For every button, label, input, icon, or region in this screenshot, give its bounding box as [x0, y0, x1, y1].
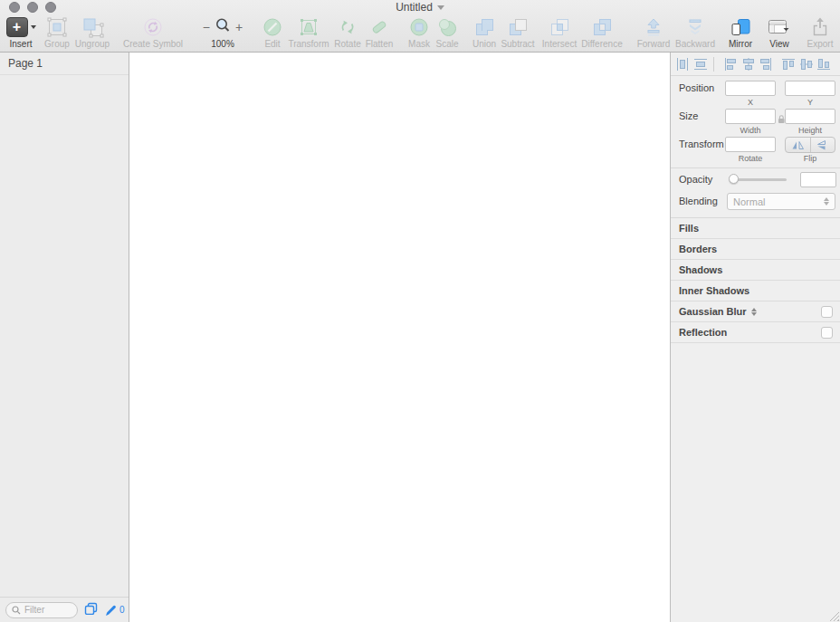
section-shadows[interactable]: Shadows — [671, 260, 840, 281]
height-sublabel: Height — [785, 126, 835, 135]
align-middle-vertical-icon[interactable] — [799, 57, 814, 72]
blur-type-stepper-icon[interactable] — [751, 308, 757, 316]
section-inner-shadows[interactable]: Inner Shadows — [671, 281, 840, 301]
toolbar-label: Mask — [404, 39, 434, 50]
rotate-sublabel: Rotate — [725, 154, 776, 163]
toolbar-export[interactable]: Export — [802, 15, 838, 52]
difference-icon — [579, 15, 625, 39]
toolbar-difference[interactable]: Difference — [579, 15, 625, 52]
zoom-in-button[interactable]: + — [235, 21, 243, 33]
align-left-icon[interactable] — [723, 57, 738, 72]
page-label: Page 1 — [8, 57, 43, 70]
align-center-horizontal-icon[interactable] — [741, 57, 756, 72]
pages-toggle-icon[interactable] — [84, 602, 98, 618]
filter-field[interactable] — [5, 602, 78, 618]
toolbar-label: Rotate — [330, 39, 365, 50]
blending-value: Normal — [733, 196, 824, 207]
toolbar-label: Backward — [674, 39, 716, 50]
chevron-down-icon — [437, 5, 444, 10]
section-fills[interactable]: Fills — [671, 218, 840, 239]
toolbar-subtract[interactable]: Subtract — [498, 15, 538, 52]
opacity-label: Opacity — [679, 174, 712, 185]
toolbar-mirror[interactable]: Mirror — [722, 15, 759, 52]
section-reflection[interactable]: Reflection — [671, 322, 840, 343]
search-icon — [12, 602, 21, 618]
chevron-down-icon — [31, 25, 36, 29]
canvas[interactable] — [130, 53, 669, 622]
opacity-input[interactable] — [800, 172, 836, 187]
alignment-toolbar — [671, 53, 840, 76]
sidebar-item-page[interactable]: Page 1 — [0, 53, 129, 75]
toolbar-mask[interactable]: Mask — [404, 15, 434, 52]
fills-label: Fills — [679, 223, 699, 234]
export-icon — [802, 15, 838, 39]
flatten-icon — [361, 15, 397, 39]
sidebar-bottom-bar: 0 — [0, 597, 129, 622]
toolbar-label: Union — [468, 39, 501, 50]
x-sublabel: X — [725, 98, 776, 107]
toolbar-insert[interactable]: + Insert — [2, 15, 40, 52]
rotate-input[interactable] — [725, 137, 776, 152]
toolbar-rotate[interactable]: Rotate — [330, 15, 365, 52]
flip-vertical-button[interactable] — [810, 138, 835, 152]
position-y-input[interactable] — [785, 81, 835, 96]
reflection-checkbox[interactable] — [821, 327, 833, 339]
filter-input[interactable] — [24, 605, 72, 615]
zoom-out-button[interactable]: − — [203, 21, 210, 33]
ungroup-icon — [72, 15, 112, 39]
toolbar-label: Scale — [432, 39, 463, 50]
toolbar-group[interactable]: Group — [40, 15, 74, 52]
section-borders[interactable]: Borders — [671, 239, 840, 260]
y-sublabel: Y — [785, 98, 835, 107]
view-icon — [762, 15, 797, 39]
pencil-icon[interactable]: 0 — [104, 604, 125, 617]
magnifier-icon[interactable] — [215, 17, 231, 37]
toolbar-backward[interactable]: Backward — [674, 15, 716, 52]
toolbar-label: Edit — [256, 39, 289, 50]
zoom-level: 100% — [199, 39, 246, 50]
flip-sublabel: Flip — [785, 154, 835, 163]
blending-dropdown[interactable]: Normal — [727, 193, 835, 210]
toolbar-ungroup[interactable]: Ungroup — [72, 15, 112, 52]
window-title[interactable]: Untitled — [0, 1, 840, 14]
gaussian-blur-label: Gaussian Blur — [679, 306, 747, 317]
backward-icon — [674, 15, 716, 39]
reflection-label: Reflection — [679, 327, 727, 338]
toolbar-transform[interactable]: Transform — [285, 15, 332, 52]
toolbar-forward[interactable]: Forward — [634, 15, 673, 52]
toolbar-label: Forward — [634, 39, 673, 50]
align-top-icon[interactable] — [781, 57, 796, 72]
edit-icon — [256, 15, 289, 39]
align-right-icon[interactable] — [759, 57, 773, 72]
distribute-horizontally-icon[interactable] — [675, 57, 690, 72]
toolbar-edit[interactable]: Edit — [256, 15, 289, 52]
inspector-panel: Position X Y Size Width Height Transform… — [670, 53, 840, 622]
toolbar-intersect[interactable]: Intersect — [539, 15, 580, 52]
lock-aspect-icon[interactable] — [778, 111, 785, 128]
toolbar-label: Create Symbol — [119, 39, 186, 50]
size-height-input[interactable] — [785, 109, 835, 124]
scale-icon — [432, 15, 463, 39]
toolbar-label: View — [762, 39, 797, 50]
position-x-input[interactable] — [725, 81, 776, 96]
toolbar-union[interactable]: Union — [468, 15, 501, 52]
edit-count-badge: 0 — [119, 605, 125, 615]
section-gaussian-blur[interactable]: Gaussian Blur — [671, 301, 840, 322]
toolbar-label: Transform — [285, 39, 332, 50]
transform-label: Transform — [679, 139, 724, 149]
toolbar-zoom: − + 100% — [199, 15, 246, 52]
distribute-vertically-icon[interactable] — [693, 57, 708, 72]
toolbar-label: Intersect — [539, 39, 580, 50]
opacity-slider[interactable] — [730, 178, 787, 181]
align-bottom-icon[interactable] — [816, 57, 831, 72]
opacity-slider-thumb[interactable] — [729, 174, 739, 184]
toolbar-label: Mirror — [722, 39, 759, 50]
gaussian-blur-checkbox[interactable] — [821, 306, 833, 318]
toolbar-label: Difference — [579, 39, 625, 50]
flip-horizontal-button[interactable] — [786, 138, 810, 152]
toolbar-scale[interactable]: Scale — [432, 15, 463, 52]
toolbar-flatten[interactable]: Flatten — [361, 15, 397, 52]
toolbar-view[interactable]: View — [762, 15, 797, 52]
toolbar-create-symbol[interactable]: Create Symbol — [119, 15, 186, 52]
size-width-input[interactable] — [725, 109, 776, 124]
